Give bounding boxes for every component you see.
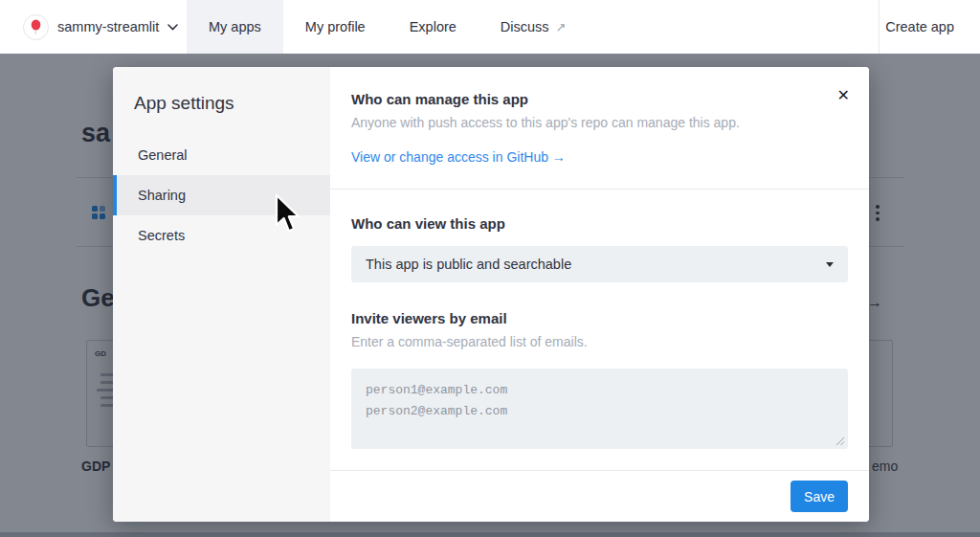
- manage-section-title: Who can manage this app: [351, 90, 848, 108]
- screen: sammy-streamlit My apps My profile Explo…: [0, 0, 980, 537]
- visibility-dropdown[interactable]: This app is public and searchable: [351, 246, 848, 282]
- balloon-icon: [30, 19, 42, 35]
- modal-title: App settings: [113, 67, 330, 135]
- tab-label: Explore: [410, 19, 457, 34]
- sharing-panel: ✕ Who can manage this app Anyone with pu…: [330, 67, 869, 522]
- github-access-link[interactable]: View or change access in GitHub →: [351, 149, 566, 165]
- tab-my-apps[interactable]: My apps: [187, 0, 283, 54]
- create-app-button[interactable]: Create app: [885, 0, 954, 54]
- sidebar-item-label: Secrets: [138, 228, 185, 243]
- tab-discuss[interactable]: Discuss ↗: [479, 0, 589, 54]
- sidebar-item-sharing[interactable]: Sharing: [113, 175, 330, 215]
- settings-sidebar: App settings General Sharing Secrets: [113, 67, 330, 522]
- tab-label: Discuss: [501, 19, 549, 34]
- topbar-divider: [879, 0, 880, 54]
- workspace-avatar: [23, 14, 49, 40]
- caret-down-icon: [826, 262, 834, 267]
- view-section: Who can view this app This app is public…: [330, 190, 869, 282]
- app-settings-modal: App settings General Sharing Secrets ✕ W…: [113, 67, 869, 522]
- chevron-down-icon: [167, 24, 178, 31]
- modal-footer: Save: [330, 470, 869, 522]
- topbar: sammy-streamlit My apps My profile Explo…: [0, 0, 980, 54]
- sidebar-item-label: General: [138, 147, 188, 163]
- invite-section: Invite viewers by email Enter a comma-se…: [330, 309, 869, 449]
- tab-label: My profile: [305, 19, 366, 34]
- sidebar-item-label: Sharing: [138, 188, 186, 203]
- manage-section: Who can manage this app Anyone with push…: [330, 67, 869, 190]
- sidebar-item-secrets[interactable]: Secrets: [113, 215, 330, 256]
- external-link-icon: ↗: [556, 20, 567, 34]
- invite-section-title: Invite viewers by email: [351, 309, 848, 327]
- save-button[interactable]: Save: [791, 481, 848, 512]
- visibility-dropdown-value: This app is public and searchable: [366, 257, 571, 272]
- view-section-title: Who can view this app: [351, 214, 848, 233]
- close-button[interactable]: ✕: [837, 88, 850, 103]
- resize-handle-icon[interactable]: [835, 436, 845, 446]
- tab-label: My apps: [209, 19, 261, 34]
- primary-nav: My apps My profile Explore Discuss ↗: [187, 0, 589, 54]
- tab-explore[interactable]: Explore: [388, 0, 479, 54]
- invite-emails-textarea[interactable]: [351, 369, 848, 449]
- sidebar-item-general[interactable]: General: [113, 135, 330, 175]
- account-menu[interactable]: sammy-streamlit: [23, 0, 178, 54]
- tab-my-profile[interactable]: My profile: [283, 0, 388, 54]
- invite-section-description: Enter a comma-separated list of emails.: [351, 333, 848, 351]
- account-name: sammy-streamlit: [57, 19, 159, 34]
- manage-section-description: Anyone with push access to this app's re…: [351, 114, 848, 132]
